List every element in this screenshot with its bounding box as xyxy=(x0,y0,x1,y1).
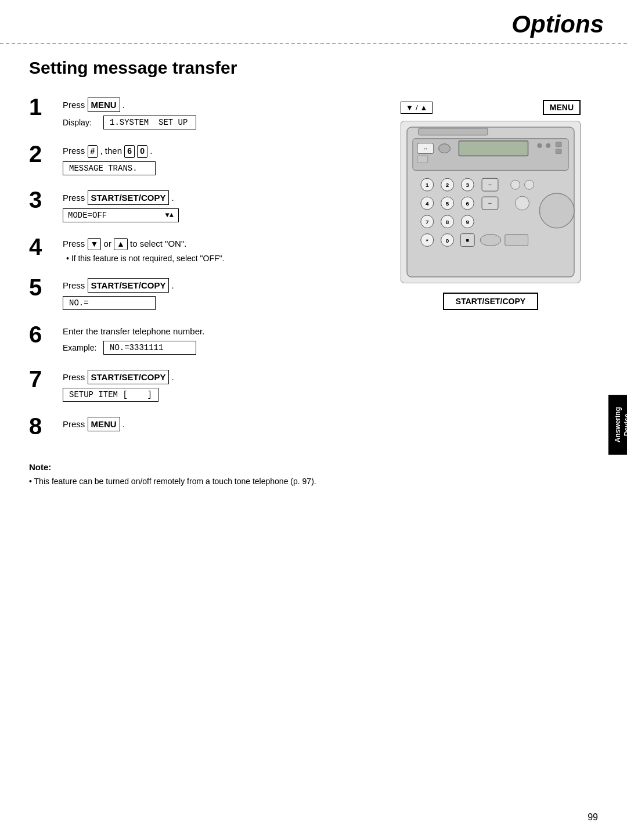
svg-point-8 xyxy=(546,143,550,148)
svg-text:7: 7 xyxy=(426,219,429,225)
svg-point-44 xyxy=(480,235,501,246)
display-value-2: MESSAGE TRANS. xyxy=(63,161,156,175)
step-1-display-row: Display: 1.SYSTEM SET UP xyxy=(63,116,383,129)
svg-text:2: 2 xyxy=(446,182,449,188)
main-content: Setting message transfer 1 Press MENU . … xyxy=(0,44,627,511)
step-2-text: Press # , then 6 0 . xyxy=(63,145,383,158)
step-7-display-row: SETUP ITEM [ ] xyxy=(63,388,383,402)
step-5-period: . xyxy=(172,280,174,290)
step-number-6: 6 xyxy=(29,323,55,346)
display-value-5: NO.= xyxy=(63,296,156,310)
start-set-copy-container: START/SET/COPY xyxy=(401,288,581,310)
step-4: 4 Press ▼ or ▲ to select "ON". • If this… xyxy=(29,234,383,264)
step-4-or: or xyxy=(104,239,114,248)
step-7-press: Press xyxy=(63,372,88,382)
step-2-display-row: MESSAGE TRANS. xyxy=(63,161,383,175)
display-value-6: NO.=3331111 xyxy=(103,341,196,355)
svg-text:9: 9 xyxy=(466,219,470,225)
step-4-content: Press ▼ or ▲ to select "ON". • If this f… xyxy=(63,234,383,264)
step-6-display-row: Example: NO.=3331111 xyxy=(63,341,383,355)
step-6: 6 Enter the transfer telephone number. E… xyxy=(29,322,383,355)
svg-text:1: 1 xyxy=(426,182,429,188)
note-title: Note: xyxy=(29,462,383,472)
step-8-press: Press xyxy=(63,419,88,429)
svg-point-30 xyxy=(516,196,529,210)
display-label-1: Display: xyxy=(63,118,98,127)
step-number-5: 5 xyxy=(29,276,55,299)
step-8-period: . xyxy=(122,419,125,429)
step-number-4: 4 xyxy=(29,235,55,258)
step-4-press: Press xyxy=(63,239,88,248)
step-5-text: Press START/SET/COPY . xyxy=(63,278,383,293)
svg-rect-11 xyxy=(417,156,428,163)
down-arrow-icon: ▼ xyxy=(406,103,413,112)
step-6-content: Enter the transfer telephone number. Exa… xyxy=(63,322,383,355)
svg-rect-10 xyxy=(556,149,561,154)
step-5-display-row: NO.= xyxy=(63,296,383,310)
svg-text:*: * xyxy=(426,237,428,244)
svg-text:0: 0 xyxy=(446,237,449,244)
step-3-press-label: Press xyxy=(63,193,88,203)
note-section: Note: • This feature can be turned on/of… xyxy=(29,459,383,488)
triangle-arrows: ▼▲ xyxy=(165,211,174,219)
svg-point-20 xyxy=(511,180,520,189)
svg-point-21 xyxy=(525,180,534,189)
step-1-content: Press MENU . Display: 1.SYSTEM SET UP xyxy=(63,94,383,129)
svg-rect-6 xyxy=(459,141,528,156)
page-number: 99 xyxy=(588,812,598,823)
right-column: ▼ / ▲ MENU xyxy=(401,94,598,310)
key-hash: # xyxy=(88,145,98,158)
up-arrow-icon: ▲ xyxy=(420,103,428,112)
svg-text:4: 4 xyxy=(426,200,429,207)
step-3-display-row: MODE=OFF ▼▲ xyxy=(63,208,383,222)
device-diagram: ▼ / ▲ MENU xyxy=(401,100,581,310)
start-set-copy-device-label: START/SET/COPY xyxy=(443,293,538,310)
side-tab: AnsweringDevice xyxy=(608,395,627,455)
step-number-8: 8 xyxy=(29,414,55,438)
step-8-content: Press MENU . xyxy=(63,413,383,435)
step-2-content: Press # , then 6 0 . MESSAGE TRANS. xyxy=(63,141,383,175)
svg-rect-1 xyxy=(419,128,488,135)
step-1: 1 Press MENU . Display: 1.SYSTEM SET UP xyxy=(29,94,383,129)
step-6-instruction: Enter the transfer telephone number. xyxy=(63,326,204,336)
step-3-text: Press START/SET/COPY . xyxy=(63,190,383,205)
svg-text:↔: ↔ xyxy=(423,146,428,152)
header: Options xyxy=(0,0,627,44)
menu-button-label-1: MENU xyxy=(88,98,120,112)
steps-column: 1 Press MENU . Display: 1.SYSTEM SET UP … xyxy=(29,94,383,488)
step-number-1: 1 xyxy=(29,95,55,118)
step-7-content: Press START/SET/COPY . SETUP ITEM [ ] xyxy=(63,366,383,402)
svg-text:↔: ↔ xyxy=(488,200,493,206)
section-title: Setting message transfer xyxy=(29,58,598,78)
svg-text:■: ■ xyxy=(466,237,469,243)
svg-point-31 xyxy=(539,193,574,228)
key-6: 6 xyxy=(124,145,135,158)
step-7: 7 Press START/SET/COPY . SETUP ITEM [ ] xyxy=(29,366,383,402)
svg-text:8: 8 xyxy=(446,219,449,225)
two-column-layout: 1 Press MENU . Display: 1.SYSTEM SET UP … xyxy=(29,94,598,488)
page-title: Options xyxy=(511,10,604,38)
key-arrow-down-4: ▼ xyxy=(88,238,102,251)
fax-machine-svg: ↔ xyxy=(401,121,581,283)
step-5-content: Press START/SET/COPY . NO.= xyxy=(63,275,383,310)
key-arrow-up-4: ▲ xyxy=(114,238,128,251)
svg-rect-9 xyxy=(556,142,561,147)
display-value-3: MODE=OFF ▼▲ xyxy=(63,208,179,222)
display-value-1: 1.SYSTEM SET UP xyxy=(103,116,196,129)
step-1-press-label: Press xyxy=(63,100,88,110)
step-7-text: Press START/SET/COPY . xyxy=(63,370,383,384)
step-8: 8 Press MENU . xyxy=(29,413,383,438)
svg-point-7 xyxy=(537,143,542,148)
step-7-period: . xyxy=(172,372,174,382)
svg-rect-45 xyxy=(505,235,528,246)
note-text: • This feature can be turned on/off remo… xyxy=(29,475,383,488)
step-5-press: Press xyxy=(63,280,88,290)
svg-text:6: 6 xyxy=(466,200,470,207)
display-value-7: SETUP ITEM [ ] xyxy=(63,388,158,402)
nav-arrows-indicator: ▼ / ▲ xyxy=(401,102,433,114)
step-8-text: Press MENU . xyxy=(63,417,383,431)
step-3: 3 Press START/SET/COPY . MODE=OFF ▼▲ xyxy=(29,187,383,222)
step-2: 2 Press # , then 6 0 . MESSAGE TRANS. xyxy=(29,141,383,175)
svg-text:↔: ↔ xyxy=(488,182,493,188)
separator: / xyxy=(416,103,418,112)
